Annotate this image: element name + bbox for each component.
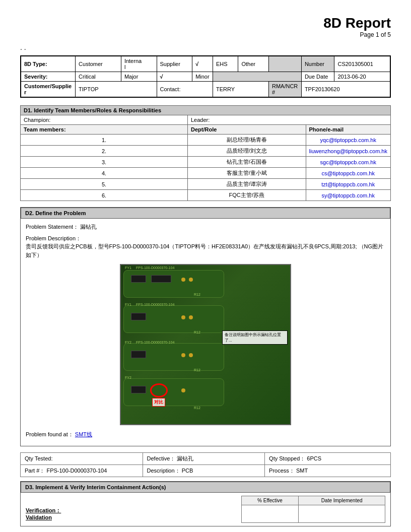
defective-cell: Defective： 漏钻孔 <box>143 452 265 464</box>
team-members-header: Team members: <box>21 125 188 135</box>
champion-label: Champion: <box>24 117 50 123</box>
problem-statement-label: Problem Statement： <box>26 224 79 230</box>
d3-header: D3. Implement & Verify Interim Containme… <box>21 482 390 493</box>
report-header: 8D Report Page 1 of 5 <box>20 15 391 38</box>
qty-stopped-value: 6PCS <box>307 455 321 461</box>
severity-gray <box>213 72 302 82</box>
supplier-cell: Supplier <box>157 56 192 72</box>
contact-label: Contact: <box>157 82 213 98</box>
dots: . . <box>20 43 391 51</box>
leader-label: Leader: <box>191 117 210 123</box>
date-cell <box>299 505 385 522</box>
d2-section: D2. Define the Problem Problem Statement… <box>20 207 391 446</box>
member-1-dept: 副总经理/杨青春 <box>187 135 306 146</box>
member-2-dept: 品质经理/刘文忠 <box>187 146 306 157</box>
table-row: 6. FQC主管/苏燕 sy@tiptoppcb.com.hk <box>21 190 391 201</box>
member-3-phone: sgc@tiptoppcb.com.hk <box>306 157 391 168</box>
champion-row: Champion: <box>21 115 188 125</box>
desc-cell: Description： PCB <box>143 464 265 477</box>
table-row: 5. 品质主管/谭宗涛 tzt@tiptoppcb.com.hk <box>21 179 391 190</box>
contact-value: TERRY <box>213 82 269 98</box>
customer-cell: Customer <box>76 56 121 72</box>
number-label: Number <box>301 56 334 72</box>
main-info-table: 8D Type: Customer Internal Supplier √ EH… <box>20 55 391 98</box>
report-title: 8D Report <box>20 15 391 31</box>
problem-statement: Problem Statement： 漏钻孔 <box>26 223 385 231</box>
severity-label: Severity: <box>21 72 76 82</box>
rma-label: RMA/NCR # <box>268 82 301 98</box>
member-6-phone: sy@tiptoppcb.com.hk <box>306 190 391 201</box>
number-value: CS201305001 <box>334 56 390 72</box>
major-cell: Major <box>121 72 157 82</box>
leader-row: Leader: <box>187 115 390 125</box>
minor-cell: Minor <box>192 72 213 82</box>
checkmark-major: √ <box>157 72 192 82</box>
process-cell: Process： SMT <box>265 464 391 477</box>
defect-circle <box>150 383 168 397</box>
table-row: 3. 钻孔主管/石国春 sgc@tiptoppcb.com.hk <box>21 157 391 168</box>
d3-sub-table: % Effective Date Implemented Verificatio… <box>26 496 385 523</box>
dept-header: Dept/Role <box>187 125 306 135</box>
r12-label-3: R12 <box>194 368 200 372</box>
member-5-num: 5. <box>21 179 188 190</box>
r12-label-2: R12 <box>194 330 200 334</box>
d3-empty <box>26 496 241 505</box>
d2-body: Problem Statement： 漏钻孔 Problem Descripti… <box>21 219 390 446</box>
pcb-board: FY1 FPS-100-D0000370-104 FY1 FPS-100-D00… <box>121 265 290 424</box>
table-row: 1. 副总经理/杨青春 yqc@tiptoppcb.com.hk <box>21 135 391 146</box>
supplier-check: √ <box>192 56 213 72</box>
problem-found: Problem found at： SMT线 <box>26 430 385 439</box>
customer-value: TIPTOP <box>76 82 157 98</box>
desc-value: PCB <box>182 468 193 474</box>
problem-desc-value: 贵司反馈我司供应之PCB板，型号FPS-100-D0000370-104（TIP… <box>26 243 383 258</box>
desc-label: Description： <box>147 468 180 474</box>
type-label: 8D Type: <box>21 56 76 72</box>
member-2-phone: liuwenzhong@tiptoppcb.com.hk <box>306 146 391 157</box>
critical-cell: Critical <box>76 72 121 82</box>
other-cell: Other <box>238 56 269 72</box>
member-4-dept: 客服主管/童小斌 <box>187 168 306 179</box>
member-6-num: 6. <box>21 190 188 201</box>
internal-cell: Internal <box>121 56 157 72</box>
member-5-dept: 品质主管/谭宗涛 <box>187 179 306 190</box>
member-1-phone: yqc@tiptoppcb.com.hk <box>306 135 391 146</box>
due-date-label: Due Date <box>301 72 334 82</box>
r12-label-1: R12 <box>194 293 200 296</box>
problem-desc: Problem Description： 贵司反馈我司供应之PCB板，型号FPS… <box>26 234 385 259</box>
validation-label: Validation <box>26 514 241 520</box>
member-1-num: 1. <box>21 135 188 146</box>
member-4-phone: cs@tiptoppcb.com.hk <box>306 168 391 179</box>
annotation-box: 备注说明如图中所示漏钻孔位置了... <box>222 330 288 345</box>
pct-cell <box>241 505 299 522</box>
part-label: Part #： <box>25 468 45 474</box>
d3-section: D3. Implement & Verify Interim Containme… <box>20 481 391 526</box>
due-date-value: 2013-06-20 <box>334 72 390 82</box>
qty-tested-label: Qty Tested: <box>25 455 52 461</box>
problem-statement-value: 漏钻孔 <box>80 224 97 230</box>
table-row: 4. 客服主管/童小斌 cs@tiptoppcb.com.hk <box>21 168 391 179</box>
page-info: Page 1 of 5 <box>20 31 391 38</box>
defective-value: 漏钻孔 <box>177 455 193 461</box>
defective-label: Defective： <box>147 455 176 461</box>
member-3-num: 3. <box>21 157 188 168</box>
rma-value: TPF20130620 <box>301 82 390 98</box>
pct-effective-header: % Effective <box>241 496 299 505</box>
phone-header: Phone/e-mail <box>306 125 391 135</box>
date-impl-header: Date Implemented <box>299 496 385 505</box>
member-2-num: 2. <box>21 146 188 157</box>
customer-supplier-label: Customer/Supplier <box>21 82 76 98</box>
other-gray <box>268 56 301 72</box>
d2-header: D2. Define the Problem <box>21 208 390 219</box>
table-row: 2. 品质经理/刘文忠 liuwenzhong@tiptoppcb.com.hk <box>21 146 391 157</box>
verification-label: Verification： <box>26 507 241 514</box>
pcb-image: FY1 FPS-100-D0000370-104 FY1 FPS-100-D00… <box>120 264 291 425</box>
d1-table: D1. Identify Team Members/Roles & Respon… <box>20 105 391 201</box>
member-4-num: 4. <box>21 168 188 179</box>
qty-stopped-cell: Qty Stopped： 6PCS <box>265 452 391 464</box>
member-3-dept: 钻孔主管/石国春 <box>187 157 306 168</box>
r12-label-4: R12 <box>194 406 200 410</box>
process-label: Process： <box>269 468 295 474</box>
qty-part-table: Qty Tested: Defective： 漏钻孔 Qty Stopped： … <box>20 452 391 477</box>
d1-header: D1. Identify Team Members/Roles & Respon… <box>21 106 391 115</box>
process-value: SMT <box>296 468 308 474</box>
